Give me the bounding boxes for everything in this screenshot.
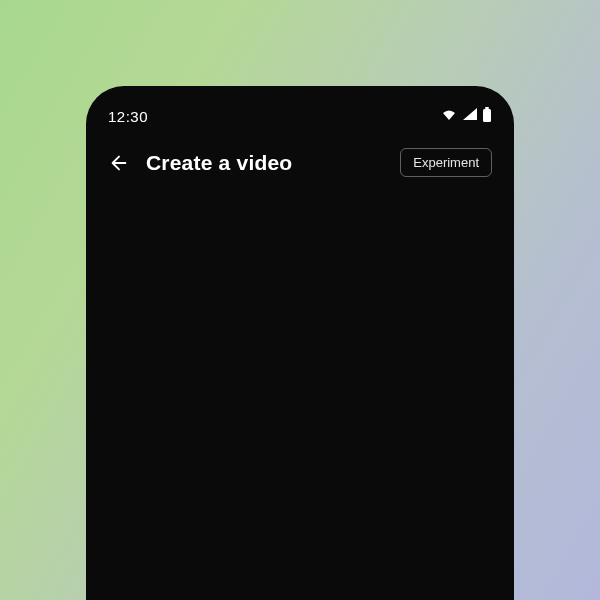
- back-arrow-icon[interactable]: [108, 152, 130, 174]
- experiment-button[interactable]: Experiment: [400, 148, 492, 177]
- phone-frame: 12:30: [86, 86, 514, 600]
- status-bar: 12:30: [108, 104, 492, 128]
- wifi-icon: [440, 107, 458, 125]
- cellular-icon: [462, 107, 478, 125]
- page-header: Create a video Experiment: [108, 148, 492, 177]
- content-area: [108, 177, 492, 577]
- status-icons: [440, 107, 492, 126]
- battery-icon: [482, 107, 492, 126]
- header-left: Create a video: [108, 151, 292, 175]
- status-time: 12:30: [108, 108, 148, 125]
- svg-rect-0: [485, 107, 489, 109]
- page-title: Create a video: [146, 151, 292, 175]
- svg-rect-1: [483, 109, 491, 122]
